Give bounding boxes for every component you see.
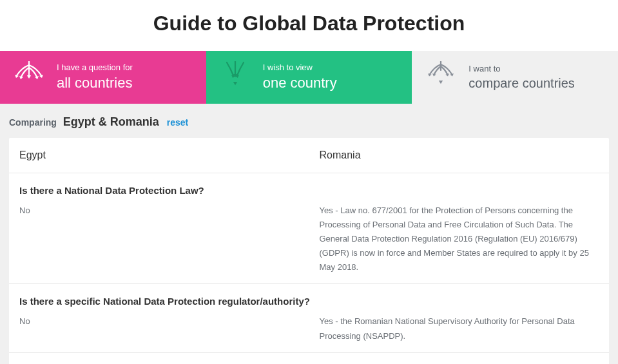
tab-text: I want to compare countries bbox=[468, 64, 575, 91]
tab-line2: all countries bbox=[57, 75, 133, 91]
reset-link[interactable]: reset bbox=[167, 117, 188, 128]
tab-compare-countries[interactable]: I want to compare countries bbox=[412, 51, 618, 104]
converge-down-icon bbox=[219, 61, 251, 93]
answer-right: Yes - the Romanian National Supervisory … bbox=[309, 314, 610, 343]
country-header-right: Romania bbox=[309, 138, 610, 173]
tab-one-country[interactable]: I wish to view one country bbox=[206, 51, 412, 104]
country-header-left: Egypt bbox=[9, 138, 309, 173]
answer-left: No bbox=[9, 314, 309, 343]
tab-line2: compare countries bbox=[468, 75, 575, 91]
comparing-label: Comparing bbox=[9, 117, 57, 128]
answer-right: Yes - Law no. 677/2001 for the Protectio… bbox=[309, 204, 610, 274]
page-title: Guide to Global Data Protection bbox=[0, 0, 618, 51]
compare-panel: Egypt Romania Is there a National Data P… bbox=[9, 138, 609, 364]
comparing-value: Egypt & Romania bbox=[63, 115, 159, 128]
country-headers: Egypt Romania bbox=[9, 138, 609, 173]
qa-section: Is there a specific National Data Protec… bbox=[9, 284, 609, 352]
question: Is there a National Data Protection Law? bbox=[9, 173, 609, 204]
qa-section: Is there a National Data Protection Law?… bbox=[9, 173, 609, 284]
tab-line1: I have a question for bbox=[57, 62, 133, 73]
qa-section: Is there a data processing notification … bbox=[9, 353, 609, 364]
tab-text: I wish to view one country bbox=[263, 62, 337, 91]
answers-row: No Yes - the Romanian National Superviso… bbox=[9, 314, 609, 343]
tab-line2: one country bbox=[263, 75, 337, 91]
question: Is there a specific National Data Protec… bbox=[9, 284, 609, 314]
tab-line1: I wish to view bbox=[263, 62, 337, 73]
tab-text: I have a question for all countries bbox=[57, 62, 133, 91]
tab-all-countries[interactable]: I have a question for all countries bbox=[0, 51, 206, 104]
answer-left: No bbox=[9, 204, 309, 274]
answers-row: No Yes - Law no. 677/2001 for the Protec… bbox=[9, 204, 609, 274]
split-down-icon bbox=[425, 61, 457, 93]
question: Is there a data processing notification … bbox=[9, 353, 609, 364]
tab-line1: I want to bbox=[468, 64, 575, 75]
content-wrap: Egypt Romania Is there a National Data P… bbox=[0, 138, 618, 364]
tabs-row: I have a question for all countries bbox=[0, 51, 618, 104]
comparing-bar: Comparing Egypt & Romania reset bbox=[0, 104, 618, 138]
spread-down-icon bbox=[13, 61, 45, 93]
